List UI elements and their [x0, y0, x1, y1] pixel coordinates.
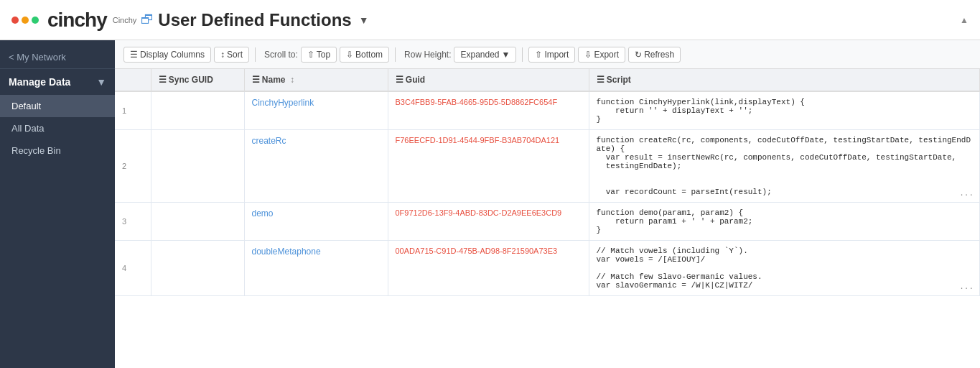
export-label: Export	[594, 50, 619, 60]
row-num-cell: 3	[115, 203, 151, 241]
row-num-cell: 1	[115, 91, 151, 130]
expanded-dropdown-icon: ▼	[502, 50, 510, 60]
sidebar-item-recycle-bin-label: Recycle Bin	[11, 145, 61, 156]
sync-guid-cell	[151, 203, 244, 241]
external-link-icon[interactable]: 🗗	[141, 12, 154, 27]
scroll-bottom-button[interactable]: ⇩ Bottom	[340, 47, 389, 63]
table-container: ☰ Sync GUID ☰ Name ↕ ☰ Guid	[115, 69, 980, 368]
scroll-top-icon: ⇧	[307, 50, 314, 60]
cinchy-small-label: Cinchy	[113, 16, 137, 24]
sort-button[interactable]: ↕ Sort	[214, 47, 249, 63]
sort-icon: ↕	[220, 50, 225, 60]
script-cell: function CinchyHyperlink(link,displayTex…	[589, 91, 980, 130]
scroll-to-label: Scroll to:	[264, 50, 298, 60]
name-cell[interactable]: doubleMetaphone	[244, 241, 388, 296]
sidebar-item-all-data-label: All Data	[11, 123, 45, 134]
logo-dot-red	[11, 17, 19, 24]
th-row-num	[115, 69, 151, 91]
name-sort-icon[interactable]: ↕	[290, 75, 294, 85]
scroll-top-label: Top	[317, 50, 330, 60]
table-row: 3 demo 0F9712D6-13F9-4ABD-83DC-D2A9EE6E3…	[115, 203, 980, 241]
display-columns-label: Display Columns	[140, 50, 205, 60]
logo-dots	[11, 17, 39, 24]
toolbar: ☰ Display Columns ↕ Sort Scroll to: ⇧ To…	[115, 40, 980, 69]
guid-cell: 0F9712D6-13F9-4ABD-83DC-D2A9EE6E3CD9	[388, 203, 589, 241]
display-columns-button[interactable]: ☰ Display Columns	[123, 47, 211, 63]
table-row: 2 createRc F76EECFD-1D91-4544-9FBF-B3AB7…	[115, 130, 980, 203]
logo-area: cinchy	[11, 9, 107, 32]
sync-guid-cell	[151, 130, 244, 203]
name-cell[interactable]: createRc	[244, 130, 388, 203]
refresh-button[interactable]: ↻ Refresh	[628, 47, 681, 63]
refresh-label: Refresh	[644, 50, 674, 60]
table-row: 4 doubleMetaphone 00ADA715-C91D-475B-AD9…	[115, 241, 980, 296]
page-title-dropdown[interactable]: ▼	[359, 14, 369, 26]
scroll-bottom-label: Bottom	[355, 50, 383, 60]
row-height-label: Row Height:	[404, 50, 451, 60]
th-name: ☰ Name ↕	[244, 69, 388, 91]
scroll-bottom-icon: ⇩	[346, 50, 353, 60]
logo-dot-green	[32, 17, 39, 24]
sidebar-item-all-data[interactable]: All Data	[0, 117, 115, 139]
th-script: ☰ Script	[589, 69, 980, 91]
sync-guid-cell	[151, 91, 244, 130]
script-col-icon: ☰	[597, 75, 605, 85]
toolbar-separator-1	[255, 47, 256, 62]
content-area: ☰ Display Columns ↕ Sort Scroll to: ⇧ To…	[115, 40, 980, 368]
sidebar: < My Network Manage Data ▼ Default All D…	[0, 40, 115, 368]
top-header: cinchy Cinchy 🗗 User Defined Functions ▼…	[0, 0, 980, 40]
sync-guid-cell	[151, 241, 244, 296]
name-cell[interactable]: demo	[244, 203, 388, 241]
logo-dot-yellow	[22, 17, 29, 24]
sidebar-item-recycle-bin[interactable]: Recycle Bin	[0, 139, 115, 162]
export-button[interactable]: ⇩ Export	[578, 47, 625, 63]
import-icon: ⇧	[535, 50, 542, 60]
refresh-icon: ↻	[635, 50, 642, 60]
row-height-button[interactable]: Expanded ▼	[454, 47, 516, 63]
import-label: Import	[544, 50, 569, 60]
table-icon: ☰	[130, 50, 138, 60]
guid-cell: B3C4FBB9-5FAB-4665-95D5-5D8862FC654F	[388, 91, 589, 130]
script-col-label: Script	[607, 75, 631, 85]
filter-icon[interactable]: ▼	[96, 76, 106, 88]
script-cell: function createRc(rc, components, codeCu…	[589, 130, 980, 203]
script-cell: // Match vowels (including `Y`). var vow…	[589, 241, 980, 296]
sidebar-item-default[interactable]: Default	[0, 95, 115, 117]
row-num-cell: 4	[115, 241, 151, 296]
scroll-top-button[interactable]: ⇧ Top	[301, 47, 337, 63]
script-cell: function demo(param1, param2) { return p…	[589, 203, 980, 241]
ellipsis: ...	[959, 189, 974, 198]
sync-guid-icon: ☰	[159, 75, 167, 85]
sidebar-item-default-label: Default	[11, 101, 41, 111]
sidebar-manage-data-label: Manage Data	[9, 76, 70, 88]
sort-label: Sort	[227, 50, 243, 60]
ellipsis: ...	[959, 282, 974, 291]
sidebar-network[interactable]: < My Network	[0, 40, 115, 69]
import-button[interactable]: ⇧ Import	[528, 47, 575, 63]
table-row: 1 CinchyHyperlink B3C4FBB9-5FAB-4665-95D…	[115, 91, 980, 130]
guid-cell: 00ADA715-C91D-475B-AD98-8F21590A73E3	[388, 241, 589, 296]
data-table: ☰ Sync GUID ☰ Name ↕ ☰ Guid	[115, 69, 980, 296]
logo-text: cinchy	[47, 9, 107, 32]
name-cell[interactable]: CinchyHyperlink	[244, 91, 388, 130]
th-guid: ☰ Guid	[388, 69, 589, 91]
table-header-row: ☰ Sync GUID ☰ Name ↕ ☰ Guid	[115, 69, 980, 91]
sidebar-manage-data: Manage Data ▼	[0, 69, 115, 95]
sidebar-network-label[interactable]: < My Network	[9, 52, 66, 63]
main-layout: < My Network Manage Data ▼ Default All D…	[0, 40, 980, 368]
expanded-label: Expanded	[460, 50, 499, 60]
guid-cell: F76EECFD-1D91-4544-9FBF-B3AB704DA121	[388, 130, 589, 203]
row-num-cell: 2	[115, 130, 151, 203]
toolbar-separator-2	[395, 47, 396, 62]
page-title-area: Cinchy 🗗 User Defined Functions ▼	[113, 10, 369, 30]
guid-col-label: Guid	[406, 75, 425, 85]
name-col-icon: ☰	[252, 75, 260, 85]
page-title: User Defined Functions	[158, 10, 351, 30]
guid-col-icon: ☰	[396, 75, 403, 85]
export-icon: ⇩	[584, 50, 592, 60]
th-sync-guid: ☰ Sync GUID	[151, 69, 244, 91]
name-col-label: Name	[262, 75, 286, 85]
header-collapse-arrow[interactable]: ▲	[960, 15, 969, 25]
sync-guid-label: Sync GUID	[169, 75, 213, 85]
toolbar-separator-3	[522, 47, 523, 62]
